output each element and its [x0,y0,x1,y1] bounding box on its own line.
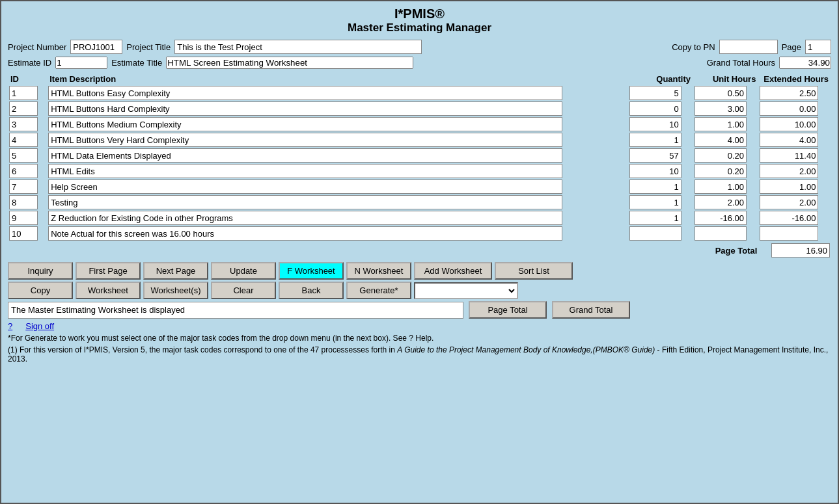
worksheets-button[interactable]: Worksheet(s) [143,282,208,299]
desc-input-9[interactable] [48,226,562,241]
qty-input-8[interactable] [629,211,681,225]
ext-input-3[interactable] [760,133,818,147]
unit-input-7[interactable] [695,195,747,209]
ext-input-5[interactable] [760,164,818,178]
first-page-button[interactable]: First Page [76,262,141,280]
cell-desc-1 [47,101,627,116]
page-input[interactable] [805,40,831,54]
next-page-button[interactable]: Next Page [143,262,208,280]
grand-total-hours-input[interactable] [779,57,831,69]
page-total-input[interactable] [771,243,830,258]
desc-input-6[interactable] [48,179,562,194]
cell-desc-8 [47,210,627,226]
update-button[interactable]: Update [211,262,276,280]
cell-desc-3 [47,132,627,148]
cell-id-7 [8,194,47,210]
generate-button[interactable]: Generate* [346,282,411,299]
add-worksheet-button[interactable]: Add Worksheet [414,262,492,280]
ext-input-1[interactable] [760,101,818,116]
qty-input-3[interactable] [629,133,681,147]
generate-dropdown[interactable] [414,282,518,299]
ext-input-2[interactable] [760,117,818,131]
links-row: ? Sign off [8,321,831,331]
cell-id-2 [8,116,47,132]
unit-input-0[interactable] [695,86,747,100]
id-input-7[interactable] [9,195,38,209]
n-worksheet-button[interactable]: N Worksheet [346,262,411,280]
table-row [8,179,831,194]
unit-input-4[interactable] [695,148,747,163]
ext-input-7[interactable] [760,195,818,209]
id-input-3[interactable] [9,133,38,147]
worksheet-button[interactable]: Worksheet [76,282,141,299]
desc-input-4[interactable] [48,148,562,163]
inquiry-button[interactable]: Inquiry [8,262,73,280]
id-input-0[interactable] [9,86,38,100]
unit-input-1[interactable] [695,101,747,116]
qty-input-1[interactable] [629,101,681,116]
qty-input-4[interactable] [629,148,681,163]
project-row2: Estimate ID Estimate Title Grand Total H… [8,57,831,69]
desc-input-2[interactable] [48,117,562,131]
cell-desc-5 [47,163,627,179]
unit-input-6[interactable] [695,179,747,194]
table-row [8,163,831,179]
ext-input-8[interactable] [760,211,818,225]
sort-list-button[interactable]: Sort List [495,262,573,280]
estimate-id-label: Estimate ID [8,58,51,68]
col-header-ext: Extended Hours [758,73,831,85]
page-total-cell [758,241,831,259]
desc-input-0[interactable] [48,86,562,100]
id-input-9[interactable] [9,226,38,241]
help-link[interactable]: ? [8,321,12,331]
ext-input-4[interactable] [760,148,818,163]
desc-input-5[interactable] [48,164,562,178]
qty-input-2[interactable] [629,117,681,131]
cell-qty-3 [628,132,693,148]
desc-input-8[interactable] [48,211,562,225]
id-input-5[interactable] [9,164,38,178]
cell-id-3 [8,132,47,148]
project-title-input[interactable] [174,40,422,54]
desc-input-7[interactable] [48,195,562,209]
id-input-2[interactable] [9,117,38,131]
grand-total-button[interactable]: Grand Total [552,301,630,319]
qty-input-6[interactable] [629,179,681,194]
status-message-input[interactable] [8,302,463,319]
id-input-1[interactable] [9,101,38,116]
clear-button[interactable]: Clear [211,282,276,299]
ext-input-0[interactable] [760,86,818,100]
page-total-button[interactable]: Page Total [469,301,547,319]
qty-input-9[interactable] [629,226,681,241]
copy-button[interactable]: Copy [8,282,73,299]
unit-input-9[interactable] [695,226,747,241]
qty-input-7[interactable] [629,195,681,209]
col-header-desc: Item Description [47,73,627,85]
back-button[interactable]: Back [279,282,344,299]
signoff-link[interactable]: Sign off [25,321,54,331]
cell-unit-9 [693,226,758,241]
id-input-4[interactable] [9,148,38,163]
desc-input-1[interactable] [48,101,562,116]
cell-ext-2 [758,116,831,132]
f-worksheet-button[interactable]: F Worksheet [279,262,344,280]
copy-pn-input[interactable] [719,40,778,54]
ext-input-6[interactable] [760,179,818,194]
unit-input-3[interactable] [695,133,747,147]
id-input-8[interactable] [9,211,38,225]
qty-input-5[interactable] [629,164,681,178]
ext-input-9[interactable] [760,226,818,241]
qty-input-0[interactable] [629,86,681,100]
id-input-6[interactable] [9,179,38,194]
estimate-title-input[interactable] [166,57,413,69]
unit-input-5[interactable] [695,164,747,178]
unit-input-2[interactable] [695,117,747,131]
desc-input-3[interactable] [48,133,562,147]
estimate-id-input[interactable] [55,57,107,69]
cell-ext-3 [758,132,831,148]
cell-ext-8 [758,210,831,226]
copy-pn-label: Copy to PN [672,42,715,52]
project-number-input[interactable] [70,40,122,54]
generate-note: *For Generate to work you must select on… [8,334,831,343]
unit-input-8[interactable] [695,211,747,225]
